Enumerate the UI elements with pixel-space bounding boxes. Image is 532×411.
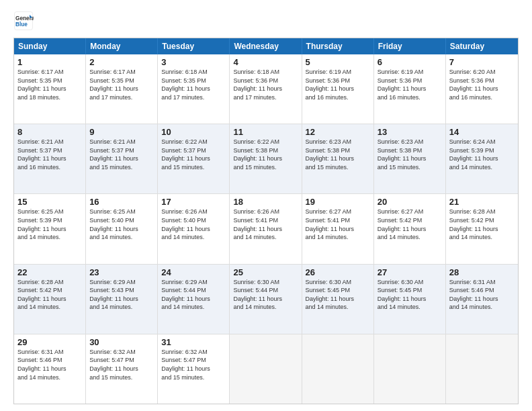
- calendar-row: 1Sunrise: 6:17 AMSunset: 5:35 PMDaylight…: [14, 54, 518, 124]
- calendar-cell: 10Sunrise: 6:22 AMSunset: 5:37 PMDayligh…: [158, 124, 230, 193]
- calendar-cell: 8Sunrise: 6:21 AMSunset: 5:37 PMDaylight…: [14, 124, 86, 193]
- header: General Blue: [13, 11, 519, 31]
- page: General Blue SundayMondayTuesdayWednesda…: [0, 0, 532, 411]
- day-info: Sunrise: 6:17 AMSunset: 5:35 PMDaylight:…: [17, 68, 82, 101]
- calendar-cell: 6Sunrise: 6:19 AMSunset: 5:36 PMDaylight…: [374, 54, 446, 124]
- logo-icon: General Blue: [13, 11, 34, 31]
- day-info: Sunrise: 6:21 AMSunset: 5:37 PMDaylight:…: [89, 138, 154, 171]
- day-number: 19: [306, 197, 370, 207]
- calendar-cell: 7Sunrise: 6:20 AMSunset: 5:36 PMDaylight…: [446, 54, 518, 124]
- day-number: 8: [17, 127, 82, 137]
- calendar-body: 1Sunrise: 6:17 AMSunset: 5:35 PMDaylight…: [14, 54, 518, 404]
- day-number: 30: [89, 337, 154, 347]
- calendar-cell: 20Sunrise: 6:27 AMSunset: 5:42 PMDayligh…: [374, 194, 446, 263]
- logo: General Blue: [13, 11, 34, 31]
- day-info: Sunrise: 6:27 AMSunset: 5:41 PMDaylight:…: [306, 208, 370, 241]
- day-info: Sunrise: 6:29 AMSunset: 5:44 PMDaylight:…: [161, 278, 226, 312]
- calendar-cell: 31Sunrise: 6:32 AMSunset: 5:47 PMDayligh…: [158, 334, 230, 404]
- calendar-cell: [230, 334, 302, 404]
- calendar-cell: 5Sunrise: 6:19 AMSunset: 5:36 PMDaylight…: [302, 54, 374, 124]
- day-info: Sunrise: 6:32 AMSunset: 5:47 PMDaylight:…: [89, 348, 154, 381]
- calendar-row: 29Sunrise: 6:31 AMSunset: 5:46 PMDayligh…: [14, 334, 518, 404]
- weekday-header: Sunday: [14, 38, 86, 54]
- day-number: 16: [89, 197, 154, 207]
- day-number: 5: [306, 57, 370, 67]
- day-number: 26: [306, 267, 370, 277]
- calendar-row: 22Sunrise: 6:28 AMSunset: 5:42 PMDayligh…: [14, 265, 518, 334]
- day-number: 18: [233, 197, 298, 207]
- calendar-cell: 29Sunrise: 6:31 AMSunset: 5:46 PMDayligh…: [14, 334, 86, 404]
- calendar-cell: 4Sunrise: 6:18 AMSunset: 5:36 PMDaylight…: [230, 54, 302, 124]
- calendar-cell: 16Sunrise: 6:25 AMSunset: 5:40 PMDayligh…: [86, 194, 158, 263]
- day-number: 14: [449, 127, 515, 137]
- day-info: Sunrise: 6:19 AMSunset: 5:36 PMDaylight:…: [378, 68, 442, 101]
- day-number: 4: [233, 57, 298, 67]
- day-info: Sunrise: 6:29 AMSunset: 5:43 PMDaylight:…: [89, 278, 154, 312]
- calendar-cell: 23Sunrise: 6:29 AMSunset: 5:43 PMDayligh…: [86, 265, 158, 334]
- calendar-cell: 2Sunrise: 6:17 AMSunset: 5:35 PMDaylight…: [86, 54, 158, 124]
- calendar-cell: 11Sunrise: 6:22 AMSunset: 5:38 PMDayligh…: [230, 124, 302, 193]
- day-info: Sunrise: 6:30 AMSunset: 5:44 PMDaylight:…: [233, 278, 298, 312]
- weekday-header: Tuesday: [158, 38, 230, 54]
- calendar-cell: 3Sunrise: 6:18 AMSunset: 5:35 PMDaylight…: [158, 54, 230, 124]
- calendar-cell: 13Sunrise: 6:23 AMSunset: 5:38 PMDayligh…: [374, 124, 446, 193]
- day-number: 31: [161, 337, 226, 347]
- day-info: Sunrise: 6:31 AMSunset: 5:46 PMDaylight:…: [17, 348, 82, 381]
- calendar-cell: 1Sunrise: 6:17 AMSunset: 5:35 PMDaylight…: [14, 54, 86, 124]
- day-number: 11: [233, 127, 298, 137]
- day-info: Sunrise: 6:31 AMSunset: 5:46 PMDaylight:…: [449, 278, 515, 312]
- day-number: 29: [17, 337, 82, 347]
- calendar-cell: 9Sunrise: 6:21 AMSunset: 5:37 PMDaylight…: [86, 124, 158, 193]
- calendar-cell: 19Sunrise: 6:27 AMSunset: 5:41 PMDayligh…: [302, 194, 374, 263]
- day-number: 27: [378, 267, 442, 277]
- weekday-header: Wednesday: [230, 38, 302, 54]
- day-number: 24: [161, 267, 226, 277]
- day-info: Sunrise: 6:20 AMSunset: 5:36 PMDaylight:…: [449, 68, 515, 101]
- day-number: 7: [449, 57, 515, 67]
- calendar-header: SundayMondayTuesdayWednesdayThursdayFrid…: [14, 38, 518, 54]
- calendar-row: 15Sunrise: 6:25 AMSunset: 5:39 PMDayligh…: [14, 194, 518, 264]
- calendar-cell: 15Sunrise: 6:25 AMSunset: 5:39 PMDayligh…: [14, 194, 86, 263]
- svg-text:Blue: Blue: [15, 21, 28, 28]
- day-info: Sunrise: 6:21 AMSunset: 5:37 PMDaylight:…: [17, 138, 82, 171]
- day-number: 2: [89, 57, 154, 67]
- day-info: Sunrise: 6:17 AMSunset: 5:35 PMDaylight:…: [89, 68, 154, 101]
- day-info: Sunrise: 6:22 AMSunset: 5:38 PMDaylight:…: [233, 138, 298, 171]
- day-info: Sunrise: 6:26 AMSunset: 5:40 PMDaylight:…: [161, 208, 226, 241]
- calendar-cell: [446, 334, 518, 404]
- day-info: Sunrise: 6:28 AMSunset: 5:42 PMDaylight:…: [17, 278, 82, 312]
- calendar-cell: 28Sunrise: 6:31 AMSunset: 5:46 PMDayligh…: [446, 265, 518, 334]
- day-number: 10: [161, 127, 226, 137]
- calendar-cell: 17Sunrise: 6:26 AMSunset: 5:40 PMDayligh…: [158, 194, 230, 263]
- day-number: 25: [233, 267, 298, 277]
- weekday-header: Monday: [86, 38, 158, 54]
- day-number: 23: [89, 267, 154, 277]
- calendar-row: 8Sunrise: 6:21 AMSunset: 5:37 PMDaylight…: [14, 124, 518, 194]
- day-info: Sunrise: 6:23 AMSunset: 5:38 PMDaylight:…: [306, 138, 370, 171]
- day-number: 28: [449, 267, 515, 277]
- day-info: Sunrise: 6:30 AMSunset: 5:45 PMDaylight:…: [378, 278, 442, 312]
- day-info: Sunrise: 6:27 AMSunset: 5:42 PMDaylight:…: [378, 208, 442, 241]
- day-info: Sunrise: 6:32 AMSunset: 5:47 PMDaylight:…: [161, 348, 226, 381]
- calendar-cell: 30Sunrise: 6:32 AMSunset: 5:47 PMDayligh…: [86, 334, 158, 404]
- calendar-cell: 12Sunrise: 6:23 AMSunset: 5:38 PMDayligh…: [302, 124, 374, 193]
- day-info: Sunrise: 6:23 AMSunset: 5:38 PMDaylight:…: [378, 138, 442, 171]
- day-info: Sunrise: 6:26 AMSunset: 5:41 PMDaylight:…: [233, 208, 298, 241]
- calendar-cell: 14Sunrise: 6:24 AMSunset: 5:39 PMDayligh…: [446, 124, 518, 193]
- weekday-header: Thursday: [302, 38, 374, 54]
- weekday-header: Friday: [374, 38, 446, 54]
- day-number: 15: [17, 197, 82, 207]
- calendar-cell: 22Sunrise: 6:28 AMSunset: 5:42 PMDayligh…: [14, 265, 86, 334]
- day-info: Sunrise: 6:24 AMSunset: 5:39 PMDaylight:…: [449, 138, 515, 171]
- calendar-cell: 21Sunrise: 6:28 AMSunset: 5:42 PMDayligh…: [446, 194, 518, 263]
- day-info: Sunrise: 6:30 AMSunset: 5:45 PMDaylight:…: [306, 278, 370, 312]
- calendar: SundayMondayTuesdayWednesdayThursdayFrid…: [13, 38, 519, 404]
- day-number: 3: [161, 57, 226, 67]
- calendar-cell: [302, 334, 374, 404]
- day-info: Sunrise: 6:18 AMSunset: 5:36 PMDaylight:…: [233, 68, 298, 101]
- day-number: 17: [161, 197, 226, 207]
- day-number: 13: [378, 127, 442, 137]
- calendar-cell: 27Sunrise: 6:30 AMSunset: 5:45 PMDayligh…: [374, 265, 446, 334]
- day-number: 22: [17, 267, 82, 277]
- calendar-cell: 26Sunrise: 6:30 AMSunset: 5:45 PMDayligh…: [302, 265, 374, 334]
